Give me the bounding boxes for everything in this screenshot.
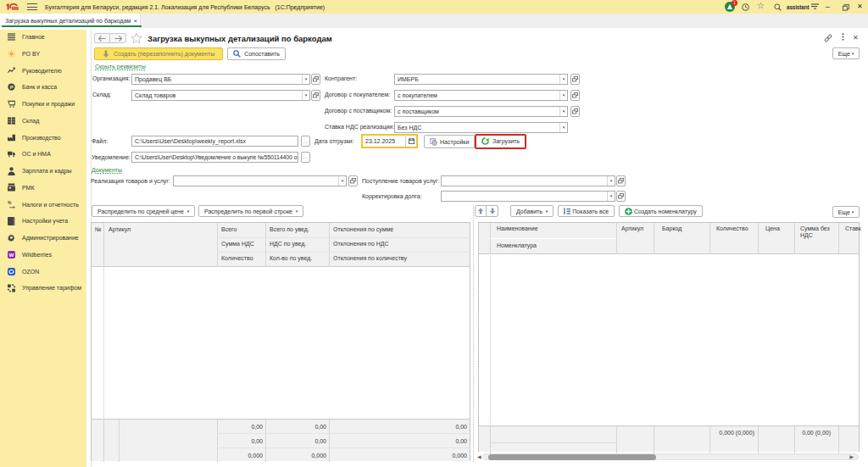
svg-text:Р: Р bbox=[10, 85, 14, 90]
svg-text:%: % bbox=[8, 201, 12, 205]
svg-text:W: W bbox=[9, 252, 14, 258]
